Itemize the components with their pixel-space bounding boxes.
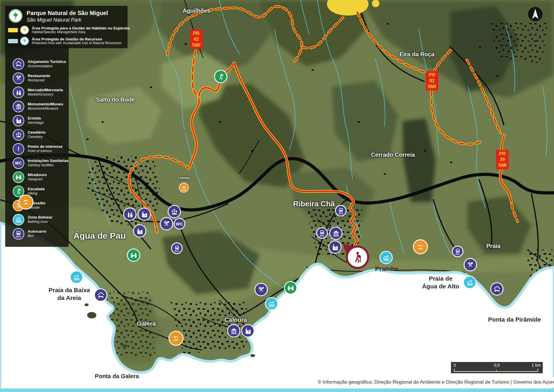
place-label-lomba: Lomba (178, 176, 190, 180)
cemetery-icon (13, 129, 24, 141)
legend-item-hermitage: ErmidaHermitage (5, 113, 69, 128)
legend-item-sublabel: Hermitage (28, 121, 44, 125)
legend-header: Parque Natural de São Miguel São Miguel … (5, 6, 128, 48)
pr-line: 02 (428, 78, 436, 84)
legend-item-viewpoint: MiradouroViewpoint (5, 170, 69, 184)
exclamation-icon: ! (13, 143, 24, 155)
place-label-galera: Galera (137, 320, 156, 327)
legend-item-sublabel: Bus (28, 234, 46, 238)
legend-items: Alojamento TurísticoAccommodation Restau… (5, 57, 69, 241)
trail-marker-pr02: PR 02 SMI (426, 71, 438, 90)
compass-north-icon (527, 6, 543, 22)
bus-glyph-label: BUS (175, 250, 179, 252)
legend-item-label: Ponto de interesse (28, 144, 63, 149)
geosite-icon (413, 239, 428, 254)
legend-item-geosite: GeossítioGeosite (5, 198, 69, 212)
legend-item-restaurant: RestauranteRestaurant (5, 71, 69, 85)
place-label-praia: Praia (486, 243, 501, 249)
peak-elevation: 222m (181, 189, 186, 191)
scale-zero: 0 (454, 363, 456, 367)
wc-icon: WC (13, 157, 24, 169)
legend-item-sublabel: Hiking (28, 191, 45, 195)
market-icon (123, 208, 136, 221)
legend-item-sublabel: Market/Grossery (28, 92, 63, 96)
legend-item-label: Cemitério (28, 130, 46, 135)
scale-one: 1 km (532, 363, 541, 367)
peak-icon-lomba: 222m (179, 183, 189, 193)
scale-mid-tick (496, 370, 497, 371)
map-graphic (0, 0, 554, 392)
place-label-ponta-da-galera: Ponta da Galera (95, 373, 139, 380)
label-line: da Areia (57, 294, 81, 301)
legend-item-label: Alojamento Turístico (28, 59, 66, 64)
place-label-praia-da-baixa: Praia da Baixa da Areia (35, 286, 104, 302)
bus-glyph-label: BUS (320, 235, 324, 237)
binoculars-icon (13, 171, 24, 183)
area-sublabel: Protected Area with Sustainable Use of N… (32, 41, 121, 45)
place-label-salto-do-bode: Salto do Bode (96, 96, 135, 103)
area-sublabel: Habitat/Species Management Area (32, 30, 130, 34)
label-line: Praia da Baixa (48, 287, 90, 293)
binoculars-icon (284, 281, 297, 294)
museum-icon (227, 324, 240, 337)
pr-line: PR (498, 151, 506, 157)
wc-icon: WC (174, 218, 185, 229)
legend-item-label: Ermida (28, 116, 44, 121)
climber-icon (214, 70, 227, 83)
place-label-eira-da-roca: Eira da Roça (399, 51, 434, 58)
map-subtitle: São Miguel Natural Park (27, 17, 81, 23)
legend-item-label: Escalada (28, 187, 45, 191)
trail-marker-pr42: PR 42 SMI (190, 29, 202, 49)
legend-item-cemetery: CemitérioCemetery (5, 128, 69, 142)
church-icon (133, 224, 146, 238)
legend-item-label: Zona Balnear (28, 215, 53, 220)
church-icon (13, 115, 24, 126)
pr-line: PR (428, 72, 436, 78)
bus-glyph-label: BUS (338, 212, 343, 214)
wc-glyph: WC (15, 161, 22, 165)
legend-item-sublabel: Sanitary facilities (28, 163, 69, 167)
pr-line: 42 (192, 36, 200, 42)
bus-icon: BUS (171, 242, 183, 254)
legend-area-habitat: Área Protegida para a Gestão de Habitats… (8, 25, 126, 36)
cutlery-icon (464, 258, 477, 271)
pr-line: 39 (498, 157, 506, 163)
place-label-ribeira-cha: Ribeira Chã (293, 199, 335, 208)
cemetery-icon (168, 205, 181, 218)
legend-item-sublabel: Bathing Area (28, 220, 53, 224)
cutlery-icon (13, 72, 24, 84)
cutlery-icon (160, 217, 173, 230)
legend-item-label: Restaurante (28, 74, 50, 78)
bus-glyph-label: BUS (16, 236, 20, 238)
map-title: Parque Natural de São Miguel (27, 10, 108, 16)
area-label: Área Protegida de Gestão de Recursos (32, 37, 121, 41)
swimmer-icon (70, 270, 83, 284)
legend-item-accommodation: Alojamento TurísticoAccommodation (5, 57, 69, 71)
bus-icon: BUS (316, 227, 328, 239)
bus-icon: BUS (13, 228, 24, 240)
scale-ruler (454, 369, 538, 372)
place-label-caloura: Caloura (224, 316, 247, 323)
label-line: Praia de (429, 275, 452, 282)
church-icon (241, 324, 254, 337)
area-label: Área Protegida para a Gestão de Habitats… (32, 26, 130, 30)
church-icon (138, 208, 151, 221)
legend-item-point-of-interest: ! Ponto de interessePoint of interest (5, 142, 69, 156)
geosite-icon (18, 195, 33, 210)
legend-item-hiking: EscaladaHiking (5, 184, 69, 198)
blue-hatch-swatch (8, 39, 18, 43)
legend-item-sublabel: Restaurant (28, 78, 50, 82)
binoculars-icon (127, 249, 140, 262)
legend-item-label: Instalações Sanitárias (28, 158, 69, 163)
market-icon (13, 87, 24, 98)
scale-bar: 0 0,5 1 km (451, 362, 543, 373)
place-label-cerrado-correia: Cerrado Correia (371, 152, 415, 158)
bus-icon: BUS (452, 246, 463, 257)
place-label-prainha: Prainha (375, 265, 398, 273)
yellow-leaf-icon (20, 26, 29, 34)
exclamation-glyph: ! (17, 146, 19, 152)
swimmer-icon (13, 214, 24, 225)
geosite-icon (169, 331, 184, 346)
legend-item-label: Mercado/Mercearia (28, 88, 63, 92)
attribution-text: © Informação geográfica: Direção Regiona… (318, 379, 554, 385)
